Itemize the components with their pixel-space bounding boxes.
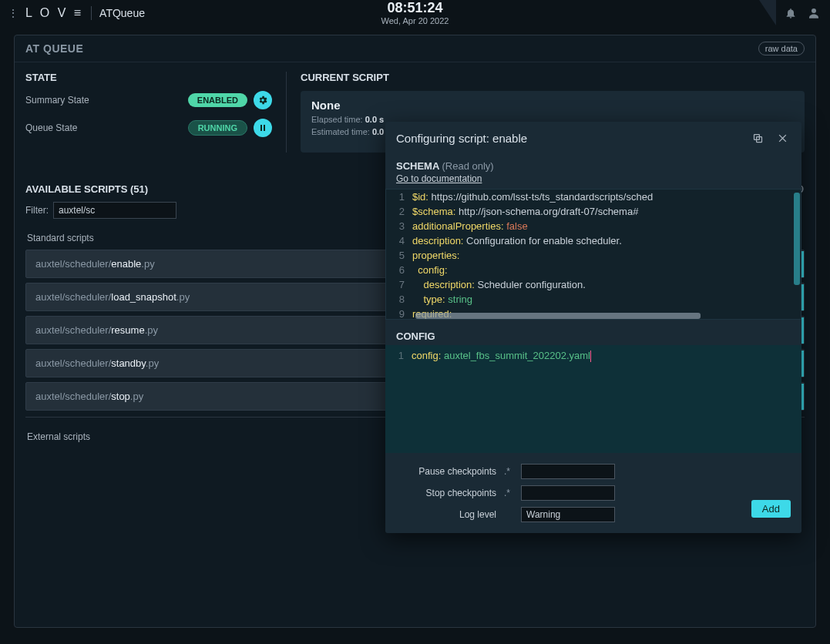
raw-data-button[interactable]: raw data — [758, 42, 805, 55]
divider — [91, 6, 92, 20]
bell-icon[interactable] — [782, 5, 799, 22]
panel-title: AT QUEUE — [25, 42, 83, 55]
close-icon[interactable] — [774, 129, 791, 146]
status-badge: RUNNING — [188, 120, 247, 136]
filter-input[interactable] — [53, 202, 176, 219]
queue-state-label: Queue State — [25, 122, 77, 133]
scrollbar[interactable] — [794, 193, 800, 285]
tab-name: ATQueue — [99, 7, 145, 19]
svg-rect-2 — [264, 125, 265, 131]
scrollbar[interactable] — [415, 313, 701, 319]
filter-label: Filter: — [25, 205, 49, 216]
gear-icon[interactable] — [254, 91, 272, 109]
available-title: AVAILABLE SCRIPTS (51) — [25, 183, 148, 195]
modal-title: Configuring script: enable — [396, 132, 527, 145]
doc-link[interactable]: Go to documentation — [385, 173, 801, 184]
stop-checkpoints-label: Stop checkpoints — [396, 488, 496, 498]
pause-checkpoints-label: Pause checkpoints — [396, 466, 496, 477]
config-editor[interactable]: 1config: auxtel_fbs_summit_202202.yaml — [385, 345, 801, 453]
clock-time: 08:51:24 — [381, 0, 449, 16]
log-level-label: Log level — [396, 509, 496, 520]
svg-point-0 — [812, 8, 816, 13]
current-script-name: None — [311, 99, 794, 112]
user-icon[interactable] — [805, 5, 822, 22]
summary-state-label: Summary State — [25, 95, 89, 106]
configure-script-modal: Configuring script: enable SCHEMA (Read … — [385, 122, 801, 533]
topbar-wedge — [759, 0, 776, 25]
summary-state-row: Summary State ENABLED — [25, 91, 272, 109]
state-column: STATE Summary State ENABLED Queue State … — [25, 72, 272, 153]
pause-checkpoints-input[interactable] — [521, 464, 615, 479]
state-label: STATE — [25, 72, 272, 83]
stop-checkpoints-input[interactable] — [521, 485, 615, 501]
add-button[interactable]: Add — [751, 500, 791, 518]
divider — [286, 72, 287, 153]
copy-icon[interactable] — [749, 129, 766, 146]
clock-date: Wed, Apr 20 2022 — [381, 16, 449, 25]
log-level-select[interactable]: Warning — [521, 507, 615, 522]
pause-icon[interactable] — [254, 119, 272, 137]
queue-state-row: Queue State RUNNING — [25, 119, 272, 137]
config-label: CONFIG — [385, 320, 801, 345]
current-script-label: CURRENT SCRIPT — [301, 72, 805, 83]
clock: 08:51:24 Wed, Apr 20 2022 — [381, 0, 449, 25]
schema-editor[interactable]: 1$id: https://github.com/lsst-ts/ts_stan… — [385, 189, 801, 320]
svg-rect-1 — [260, 125, 262, 131]
logo: L O V ≡ — [25, 6, 83, 20]
topbar: ⋮ L O V ≡ ATQueue 08:51:24 Wed, Apr 20 2… — [0, 0, 830, 25]
status-badge: ENABLED — [188, 93, 247, 107]
menu-icon[interactable]: ⋮ — [8, 7, 19, 19]
